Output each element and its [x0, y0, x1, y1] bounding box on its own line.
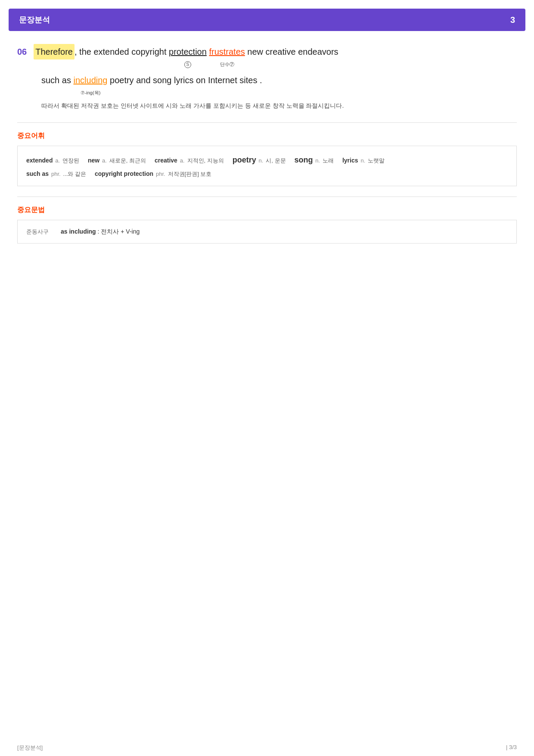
- including-annotation: ⑦-ing(목): [81, 89, 101, 97]
- vocab-word-0: extended: [26, 157, 53, 164]
- vocab-meaning-1: 새로운, 최근의: [109, 157, 146, 164]
- vocab-word-6: such as: [26, 170, 49, 177]
- vocab-meaning-0: 연장된: [62, 157, 79, 164]
- vocab-word-3: poetry: [233, 156, 256, 164]
- grammar-type-0: 준동사구: [26, 227, 52, 237]
- dansu-annotation: 단수⑦: [220, 60, 234, 69]
- sentence-part2: new creative endeavors: [247, 44, 338, 59]
- grammar-heading: 중요문법: [17, 206, 517, 215]
- vocab-box: extended a. 연장된 new a. 새로운, 최근의 creative…: [17, 146, 517, 186]
- vocab-meaning-7: 저작권[판권] 보호: [168, 171, 212, 177]
- footer-right: | 3/3: [506, 744, 517, 752]
- footer: [문장분석] | 3/3: [17, 744, 517, 752]
- header-bar: 문장분석 3: [9, 9, 525, 31]
- divider-1: [17, 122, 517, 123]
- vocab-pos-1: a.: [102, 157, 107, 164]
- circle-s-icon: S: [184, 61, 191, 68]
- korean-translation: 따라서 확대된 저작권 보호는 인터넷 사이트에 시와 노래 가사를 포함시키는…: [41, 101, 517, 110]
- vocab-heading: 중요어휘: [17, 131, 517, 141]
- sentence-part1: , the extended copyright: [75, 44, 166, 59]
- vocab-pos-4: n.: [315, 157, 320, 164]
- divider-2: [17, 197, 517, 197]
- sentence-part3: poetry and song lyrics on Internet sites…: [110, 72, 262, 88]
- main-content: 06 Therefore , the extended copyright pr…: [0, 31, 534, 261]
- page-container: 문장분석 3 06 Therefore , the extended copyr…: [0, 9, 534, 756]
- header-number: 3: [510, 15, 515, 25]
- protection-wrapper: protection S: [169, 44, 207, 69]
- vocab-entry-7: copyright protection phr. 저작권[판권] 보호: [95, 170, 211, 177]
- vocab-pos-7: phr.: [156, 171, 165, 177]
- vocab-word-4: song: [294, 156, 313, 164]
- header-title: 문장분석: [19, 15, 50, 25]
- sentence-number: 06: [17, 44, 27, 59]
- word-protection: protection: [169, 44, 207, 59]
- footer-left: [문장분석]: [17, 744, 43, 752]
- grammar-row-0: 준동사구 as including : 전치사 + V-ing: [26, 226, 508, 237]
- vocab-pos-3: n.: [259, 157, 264, 164]
- vocab-word-1: new: [88, 157, 99, 164]
- vocab-entry-6: such as phr. ...와 같은: [26, 170, 88, 177]
- vocab-pos-2: a.: [180, 157, 185, 164]
- grammar-section: 중요문법 준동사구 as including : 전치사 + V-ing: [17, 206, 517, 244]
- vocab-meaning-6: ...와 같은: [63, 171, 86, 177]
- vocab-entry-1: new a. 새로운, 최근의: [88, 157, 148, 164]
- grammar-explanation-0: : 전치사 + V-ing: [98, 228, 140, 235]
- frustrates-wrapper: frustrates 단수⑦: [209, 44, 245, 69]
- vocab-entry-5: lyrics n. 노랫말: [342, 157, 385, 164]
- vocab-section: 중요어휘 extended a. 연장된 new a. 새로운, 최근의 cre…: [17, 131, 517, 186]
- vocab-pos-0: a.: [55, 157, 60, 164]
- grammar-box: 준동사구 as including : 전치사 + V-ing: [17, 220, 517, 244]
- sentence-line-2: such as including ⑦-ing(목) poetry and so…: [41, 72, 517, 97]
- vocab-meaning-4: 노래: [323, 157, 334, 164]
- word-therefore: Therefore: [34, 44, 75, 59]
- vocab-entry-2: creative a. 지적인, 지능의: [155, 157, 226, 164]
- vocab-meaning-5: 노랫말: [368, 157, 385, 164]
- word-frustrates: frustrates: [209, 44, 245, 59]
- vocab-entry-0: extended a. 연장된: [26, 157, 81, 164]
- vocab-word-5: lyrics: [342, 157, 358, 164]
- vocab-entry-4: song n. 노래: [294, 157, 335, 164]
- word-including: including: [74, 72, 108, 88]
- grammar-bold-0: as including: [61, 228, 96, 235]
- annotation-s: S: [184, 60, 191, 69]
- vocab-word-2: creative: [155, 157, 177, 164]
- vocab-meaning-3: 시, 운문: [266, 157, 286, 164]
- vocab-meaning-2: 지적인, 지능의: [187, 157, 224, 164]
- sentence-line-1: 06 Therefore , the extended copyright pr…: [17, 44, 517, 69]
- including-wrapper: including ⑦-ing(목): [74, 72, 108, 97]
- vocab-pos-5: n.: [360, 157, 365, 164]
- vocab-pos-6: phr.: [51, 171, 61, 177]
- vocab-word-7: copyright protection: [95, 170, 153, 177]
- vocab-entry-3: poetry n. 시, 운문: [233, 157, 288, 164]
- sentence-section: 06 Therefore , the extended copyright pr…: [17, 44, 517, 110]
- grammar-content-0: as including : 전치사 + V-ing: [61, 226, 140, 237]
- sentence-such-as: such as: [41, 72, 71, 88]
